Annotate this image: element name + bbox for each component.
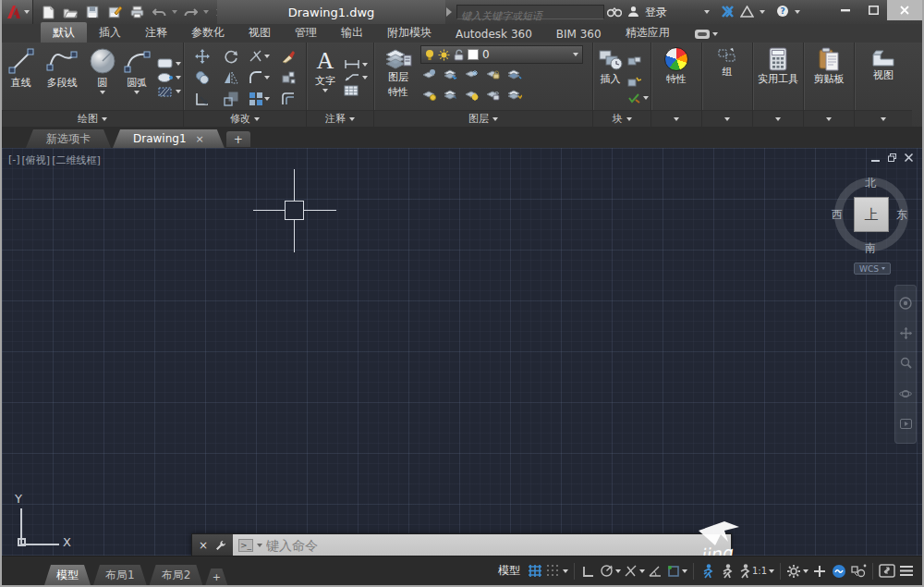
layout2-tab[interactable]: 布局2 (150, 565, 203, 585)
open-file-icon[interactable] (61, 4, 79, 20)
layer-make-current-button[interactable] (422, 87, 436, 104)
hatch-dropdown-arrow[interactable] (176, 90, 181, 93)
clipboard-button[interactable]: 剪贴板 (814, 45, 845, 110)
nav-showmotion-icon[interactable] (900, 415, 912, 433)
command-input[interactable] (266, 538, 725, 553)
ellipse-dropdown-arrow[interactable] (176, 76, 181, 79)
layout1-tab[interactable]: 布局1 (93, 565, 147, 585)
properties-panel-footer[interactable] (651, 110, 701, 127)
tab-bim360[interactable]: BIM 360 (544, 25, 614, 43)
exchange-apps-icon[interactable] (721, 4, 735, 21)
dimension-dropdown-arrow[interactable] (362, 63, 368, 67)
block-attribute-edit-tool[interactable] (627, 93, 649, 104)
layer-unisolate-button[interactable] (465, 87, 479, 104)
layers-panel-expand-arrow[interactable] (492, 117, 498, 121)
properties-button[interactable]: 特性 (664, 45, 688, 110)
layer-freeze-button[interactable] (465, 67, 479, 84)
tab-featured-apps[interactable]: 精选应用 (614, 22, 682, 43)
command-recent-icon[interactable]: >_ (238, 539, 253, 552)
nav-zoom-icon[interactable] (900, 355, 912, 373)
array-button[interactable] (245, 89, 274, 110)
draw-panel-footer[interactable]: 绘图 (2, 110, 183, 127)
file-tab-drawing1[interactable]: Drawing1 × (113, 129, 225, 148)
copy-button[interactable] (188, 67, 216, 89)
help-dropdown-arrow[interactable] (795, 10, 800, 14)
new-layout-button[interactable]: + (205, 569, 227, 585)
ellipse-tool[interactable] (157, 72, 181, 83)
search-input[interactable] (457, 10, 603, 23)
fillet-dropdown-arrow[interactable] (264, 76, 270, 79)
wcs-dropdown-button[interactable]: WCS (854, 263, 891, 275)
tab-output[interactable]: 输出 (329, 22, 375, 43)
undo-icon[interactable] (150, 4, 168, 20)
annotation-scale-control[interactable]: 1:1 (738, 561, 774, 581)
layer-lock-button[interactable] (486, 67, 500, 84)
minimize-button[interactable] (832, 0, 859, 20)
grid-display-toggle[interactable] (527, 561, 543, 581)
maximize-button[interactable] (859, 0, 887, 20)
annotation-visibility-toggle[interactable] (699, 561, 716, 581)
customization-menu-button[interactable] (898, 561, 915, 581)
object-snap-toggle[interactable] (667, 561, 687, 581)
rectangle-tool[interactable] (157, 58, 181, 69)
group-button[interactable]: 组 (717, 45, 737, 110)
view-panel-footer[interactable] (855, 110, 912, 127)
polar-dropdown-arrow[interactable] (615, 569, 621, 573)
group-panel-footer[interactable] (702, 110, 752, 127)
isolate-objects-toggle[interactable] (850, 561, 867, 581)
leader-dropdown-arrow[interactable] (362, 76, 368, 79)
save-as-icon[interactable] (105, 4, 124, 20)
block-attr-dropdown-arrow[interactable] (643, 96, 649, 100)
scale-button[interactable] (216, 89, 245, 110)
block-attribute-tool[interactable] (627, 73, 649, 91)
block-panel-footer[interactable]: 块 (593, 110, 650, 127)
ribbon-display-toggle[interactable] (695, 30, 718, 43)
nav-wheel-icon[interactable] (899, 296, 912, 313)
layer-dropdown-arrow[interactable] (573, 53, 578, 56)
file-tab-close-icon[interactable]: × (196, 133, 204, 145)
circle-button[interactable]: 圆 (86, 45, 119, 110)
dimension-tool[interactable] (344, 59, 368, 69)
trim-button[interactable] (245, 46, 274, 67)
array-dropdown-arrow[interactable] (264, 97, 270, 101)
save-icon[interactable] (83, 4, 102, 20)
group-panel-expand-arrow[interactable] (724, 117, 730, 121)
polyline-button[interactable]: 多段线 (39, 45, 86, 110)
command-customize-wrench-icon[interactable] (215, 540, 226, 551)
osnap-dropdown-arrow[interactable] (682, 569, 687, 573)
nav-pan-icon[interactable] (900, 325, 912, 343)
offset-button[interactable] (274, 89, 302, 110)
units-badge[interactable] (831, 561, 847, 581)
viewport-view-control[interactable]: [俯视] (22, 153, 51, 167)
isodraft-toggle[interactable] (624, 561, 645, 581)
ribbon-toggle-dropdown-arrow[interactable] (712, 32, 718, 36)
drawing-close-icon[interactable] (905, 153, 913, 162)
block-edit-tool[interactable] (627, 53, 649, 70)
viewcube-north-label[interactable]: 北 (865, 176, 876, 191)
drawing-canvas[interactable]: [-] [俯视] [二维线框] 北 南 西 东 上 WCS (2, 148, 922, 556)
command-recent-dropdown-arrow[interactable] (257, 544, 262, 547)
help-icon[interactable]: ? (776, 4, 789, 21)
stretch-button[interactable] (188, 89, 216, 110)
nav-orbit-icon[interactable] (899, 385, 912, 403)
autodesk360-icon[interactable] (740, 4, 754, 21)
file-tab-add-button[interactable]: + (226, 131, 250, 147)
tab-autodesk360[interactable]: Autodesk 360 (444, 25, 544, 43)
rotate-button[interactable] (216, 46, 245, 67)
annotate-panel-expand-arrow[interactable] (349, 117, 355, 121)
utilities-panel-expand-arrow[interactable] (775, 117, 781, 121)
layer-off-button[interactable] (422, 67, 436, 84)
viewport-visual-style-control[interactable]: [二维线框] (52, 153, 101, 167)
workspace-dropdown-arrow[interactable] (803, 569, 808, 573)
viewcube-west-label[interactable]: 西 (832, 207, 843, 223)
model-tab[interactable]: 模型 (44, 565, 91, 585)
layer-dropdown[interactable]: 0 (420, 45, 583, 64)
explode-button[interactable] (274, 67, 302, 89)
application-menu-button[interactable] (2, 0, 33, 24)
infocenter-search[interactable] (456, 5, 604, 19)
redo-icon[interactable] (181, 4, 200, 20)
drawing-minimize-icon[interactable] (871, 154, 880, 162)
command-close-icon[interactable]: × (199, 539, 208, 552)
workspace-switching-control[interactable] (786, 561, 808, 581)
rectangle-dropdown-arrow[interactable] (176, 62, 181, 66)
